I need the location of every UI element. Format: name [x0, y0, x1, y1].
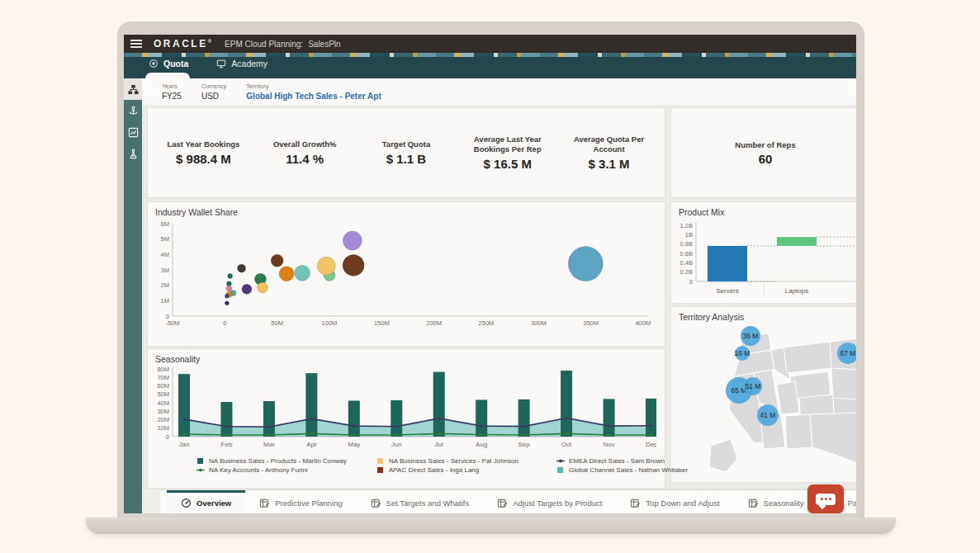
seasonality-bar[interactable]	[263, 401, 275, 437]
bottom-tab-seasonality[interactable]: Seasonality	[734, 490, 818, 513]
laptop-base	[86, 518, 896, 534]
seasonality-bar[interactable]	[476, 399, 487, 437]
seasonality-bar[interactable]	[433, 372, 445, 437]
legend-label: NA Business Sales - Services - Pat Johns…	[389, 457, 518, 465]
svg-text:70M: 70M	[157, 374, 169, 381]
industry-wallet-share-panel: Industry Wallet Share 01M2M3M4M5M6M-50M0…	[147, 201, 665, 347]
industry-wallet-share-chart[interactable]: 01M2M3M4M5M6M-50M050M100M150M200M250M300…	[148, 217, 665, 339]
panel-title: Industry Wallet Share	[148, 202, 665, 217]
wallet-bubble[interactable]	[317, 257, 335, 275]
sidebar-item-anchor-icon[interactable]	[124, 100, 142, 121]
kpi-label: Average Last Year Bookings Per Rep	[457, 135, 558, 154]
svg-text:Dec: Dec	[646, 441, 656, 448]
panel-title: Territory Analysis	[671, 307, 856, 322]
kpi-value: 11.4 %	[254, 152, 355, 166]
pov-label: Territory	[246, 83, 381, 90]
seasonality-svg: 010M20M30M40M50M60M70M80MJanFebMarAprMay…	[148, 364, 656, 456]
svg-text:Laptops: Laptops	[785, 287, 808, 295]
seasonality-chart[interactable]: 010M20M30M40M50M60M70M80MJanFebMarAprMay…	[148, 364, 665, 456]
wallet-bubble[interactable]	[228, 273, 233, 278]
svg-text:Nov: Nov	[603, 441, 614, 448]
legend-item[interactable]: EMEA Direct Sales - Sam Brown	[556, 457, 688, 465]
nav-tab-quota[interactable]: Quota	[149, 59, 188, 69]
kpi-tile: Average Quota Per Account$ 3.1 M	[559, 135, 660, 171]
seasonality-bar[interactable]	[348, 400, 360, 437]
chat-icon	[816, 494, 836, 505]
seasonality-bar[interactable]	[646, 399, 656, 437]
svg-text:1.2B: 1.2B	[680, 222, 693, 229]
seasonality-panel: Seasonality 010M20M30M40M50M60M70M80MJan…	[147, 348, 665, 489]
legend-item[interactable]: NA Business Sales - Products - Martin Co…	[196, 457, 376, 465]
bottom-tab-set-targets-and-whatifs[interactable]: Set Targets and Whatifs	[357, 490, 484, 513]
monitor-icon	[216, 59, 226, 69]
seasonality-legend: NA Business Sales - Products - Martin Co…	[196, 457, 665, 474]
pov-field-years[interactable]: YearsFY25	[162, 83, 182, 101]
wallet-bubble[interactable]	[226, 286, 232, 291]
legend-item[interactable]: NA Key Accounts - Anthony Furini	[196, 466, 376, 474]
svg-text:Jun: Jun	[391, 441, 402, 448]
nav-tab-academy[interactable]: Academy	[216, 59, 267, 69]
wallet-bubble[interactable]	[279, 267, 294, 281]
svg-text:4M: 4M	[161, 251, 169, 258]
map-state	[785, 414, 812, 449]
pov-label: Currency	[201, 83, 226, 90]
nav-tabs: QuotaAcademy	[149, 59, 267, 69]
bottom-tab-predictive-planning[interactable]: Predictive Planning	[245, 490, 356, 513]
seasonality-bar[interactable]	[561, 371, 572, 437]
bottom-tab-adjust-targets-by-product[interactable]: Adjust Targets by Product	[483, 490, 616, 513]
nav-tab-label: Quota	[163, 59, 188, 69]
sidebar-item-snapshot-icon[interactable]	[124, 121, 142, 143]
seasonality-bar[interactable]	[391, 400, 402, 437]
sidebar-item-hierarchy-icon[interactable]	[124, 78, 142, 100]
assistant-chat-button[interactable]	[807, 484, 844, 513]
bottom-tab-overview[interactable]: Overview	[167, 490, 245, 513]
panel-title: Seasonality	[148, 349, 665, 364]
legend-item[interactable]: NA Business Sales - Services - Pat Johns…	[376, 457, 556, 465]
mix-bar-laptops[interactable]	[777, 237, 817, 246]
pov-field-currency[interactable]: CurrencyUSD	[201, 83, 226, 101]
wallet-bubble[interactable]	[271, 254, 283, 267]
kpi-tile: Average Last Year Bookings Per Rep$ 16.5…	[457, 135, 558, 171]
wallet-bubble[interactable]	[257, 282, 267, 293]
wallet-bubble[interactable]	[225, 294, 229, 298]
territory-bubble-label: 41 M	[760, 411, 776, 419]
seasonality-bar[interactable]	[220, 402, 232, 437]
wallet-bubble[interactable]	[568, 247, 603, 281]
wallet-bubble[interactable]	[343, 254, 364, 276]
seasonality-bar[interactable]	[604, 399, 615, 437]
svg-text:350M: 350M	[583, 319, 599, 327]
bottom-tab-top-down-and-adjust[interactable]: Top Down and Adjust	[616, 490, 733, 513]
territory-bubble-label: 36 M	[743, 332, 759, 340]
snapshot-icon	[128, 127, 139, 138]
legend-item[interactable]: APAC Direct Sales - Inga Lang	[376, 466, 556, 474]
hamburger-menu-icon[interactable]	[130, 40, 142, 48]
nav-banner: QuotaAcademy	[124, 53, 856, 78]
oracle-logo: ORACLE®	[154, 38, 211, 50]
product-mix-chart[interactable]: 00.2B0.4B0.6B0.8B1B1.2BServersLaptops	[671, 217, 856, 303]
svg-text:50M: 50M	[157, 390, 169, 398]
wallet-bubble[interactable]	[238, 264, 246, 272]
wallet-bubble[interactable]	[242, 284, 252, 294]
pov-value[interactable]: USD	[201, 92, 226, 101]
wallet-bubble[interactable]	[343, 231, 362, 250]
wallet-bubble[interactable]	[225, 301, 229, 305]
territory-analysis-map[interactable]: 36 M16 M67 M65 M51 M41 M	[671, 322, 856, 480]
svg-text:10M: 10M	[157, 424, 169, 432]
kpi-label: Average Quota Per Account	[559, 135, 660, 154]
sidebar-item-flask-icon[interactable]	[124, 143, 142, 164]
pov-value[interactable]: FY25	[162, 92, 182, 101]
seasonality-bar[interactable]	[305, 373, 317, 437]
svg-text:Jan: Jan	[179, 441, 190, 448]
form-icon	[371, 498, 381, 508]
app-title: EPM Cloud Planning:	[225, 40, 303, 49]
seasonality-bar[interactable]	[178, 374, 190, 437]
mix-bar-servers[interactable]	[708, 246, 747, 281]
wallet-bubble[interactable]	[295, 265, 310, 281]
pov-value[interactable]: Global High Tech Sales - Peter Apt	[246, 92, 381, 101]
svg-text:50M: 50M	[271, 319, 283, 327]
seasonality-bar[interactable]	[518, 399, 530, 437]
pov-field-territory[interactable]: TerritoryGlobal High Tech Sales - Peter …	[246, 83, 381, 101]
svg-text:0.6B: 0.6B	[680, 250, 693, 258]
legend-item[interactable]: Global Channel Sales - Nathan Whitaker	[556, 466, 688, 474]
kpi-label: Overall Growth%	[254, 139, 355, 149]
